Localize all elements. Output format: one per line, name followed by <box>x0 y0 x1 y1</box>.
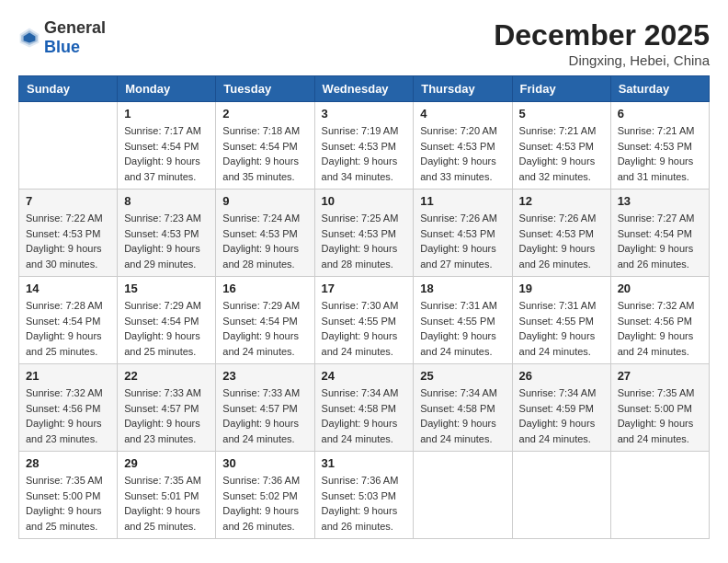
calendar-day-cell: 14Sunrise: 7:28 AMSunset: 4:54 PMDayligh… <box>19 277 118 364</box>
day-number: 20 <box>618 282 702 295</box>
day-info: Sunrise: 7:27 AMSunset: 4:54 PMDaylight:… <box>618 211 702 271</box>
day-number: 4 <box>420 107 505 121</box>
day-number: 17 <box>322 282 407 295</box>
logo-text-block: General Blue <box>44 18 106 57</box>
calendar-day-cell: 8Sunrise: 7:23 AMSunset: 4:53 PMDaylight… <box>118 190 216 277</box>
calendar-day-cell <box>19 102 118 190</box>
day-number: 25 <box>420 369 505 383</box>
day-info: Sunrise: 7:34 AMSunset: 4:59 PMDaylight:… <box>519 385 604 446</box>
weekday-header: Wednesday <box>314 76 414 102</box>
calendar-day-cell: 20Sunrise: 7:32 AMSunset: 4:56 PMDayligh… <box>610 277 709 364</box>
day-info: Sunrise: 7:35 AMSunset: 5:00 PMDaylight:… <box>26 473 110 534</box>
day-info: Sunrise: 7:25 AMSunset: 4:53 PMDaylight:… <box>322 211 407 271</box>
day-number: 9 <box>222 194 307 208</box>
day-info: Sunrise: 7:23 AMSunset: 4:53 PMDaylight:… <box>124 211 209 271</box>
day-info: Sunrise: 7:19 AMSunset: 4:53 PMDaylight:… <box>322 123 407 184</box>
calendar-day-cell: 25Sunrise: 7:34 AMSunset: 4:58 PMDayligh… <box>414 364 512 452</box>
day-info: Sunrise: 7:32 AMSunset: 4:56 PMDaylight:… <box>618 298 702 359</box>
day-info: Sunrise: 7:22 AMSunset: 4:53 PMDaylight:… <box>26 211 110 271</box>
month-title: December 2025 <box>494 18 710 52</box>
calendar-day-cell: 19Sunrise: 7:31 AMSunset: 4:55 PMDayligh… <box>512 277 610 364</box>
day-number: 6 <box>618 107 702 121</box>
calendar-day-cell: 26Sunrise: 7:34 AMSunset: 4:59 PMDayligh… <box>512 364 610 452</box>
day-number: 27 <box>618 369 702 383</box>
calendar-day-cell: 11Sunrise: 7:26 AMSunset: 4:53 PMDayligh… <box>414 190 512 277</box>
calendar-week-row: 14Sunrise: 7:28 AMSunset: 4:54 PMDayligh… <box>19 277 710 364</box>
calendar-day-cell: 5Sunrise: 7:21 AMSunset: 4:53 PMDaylight… <box>512 102 610 190</box>
calendar-day-cell: 6Sunrise: 7:21 AMSunset: 4:53 PMDaylight… <box>610 102 709 190</box>
calendar-day-cell <box>512 452 610 539</box>
calendar-day-cell: 29Sunrise: 7:35 AMSunset: 5:01 PMDayligh… <box>118 452 216 539</box>
day-number: 5 <box>519 107 604 121</box>
calendar-day-cell: 31Sunrise: 7:36 AMSunset: 5:03 PMDayligh… <box>314 452 414 539</box>
day-number: 30 <box>222 456 307 470</box>
day-number: 14 <box>26 282 110 295</box>
day-number: 29 <box>124 456 209 470</box>
day-info: Sunrise: 7:30 AMSunset: 4:55 PMDaylight:… <box>322 298 407 359</box>
calendar-table: SundayMondayTuesdayWednesdayThursdayFrid… <box>18 75 710 539</box>
day-number: 8 <box>124 194 209 208</box>
day-info: Sunrise: 7:36 AMSunset: 5:02 PMDaylight:… <box>222 473 307 534</box>
day-info: Sunrise: 7:32 AMSunset: 4:56 PMDaylight:… <box>26 385 110 446</box>
day-info: Sunrise: 7:21 AMSunset: 4:53 PMDaylight:… <box>618 123 702 184</box>
calendar-day-cell: 24Sunrise: 7:34 AMSunset: 4:58 PMDayligh… <box>314 364 414 452</box>
calendar-day-cell: 2Sunrise: 7:18 AMSunset: 4:54 PMDaylight… <box>216 102 314 190</box>
day-info: Sunrise: 7:36 AMSunset: 5:03 PMDaylight:… <box>322 473 407 534</box>
day-info: Sunrise: 7:29 AMSunset: 4:54 PMDaylight:… <box>222 298 307 359</box>
weekday-header: Friday <box>512 76 610 102</box>
logo: General Blue <box>18 18 106 57</box>
day-number: 24 <box>322 369 407 383</box>
day-info: Sunrise: 7:17 AMSunset: 4:54 PMDaylight:… <box>124 123 209 184</box>
day-number: 18 <box>420 282 505 295</box>
day-number: 26 <box>519 369 604 383</box>
day-number: 16 <box>222 282 307 295</box>
calendar-day-cell: 18Sunrise: 7:31 AMSunset: 4:55 PMDayligh… <box>414 277 512 364</box>
day-info: Sunrise: 7:33 AMSunset: 4:57 PMDaylight:… <box>222 385 307 446</box>
calendar-day-cell: 23Sunrise: 7:33 AMSunset: 4:57 PMDayligh… <box>216 364 314 452</box>
day-number: 7 <box>26 194 110 208</box>
day-number: 2 <box>222 107 307 121</box>
day-info: Sunrise: 7:24 AMSunset: 4:53 PMDaylight:… <box>222 211 307 271</box>
calendar-day-cell: 27Sunrise: 7:35 AMSunset: 5:00 PMDayligh… <box>610 364 709 452</box>
calendar-day-cell: 7Sunrise: 7:22 AMSunset: 4:53 PMDaylight… <box>19 190 118 277</box>
calendar-week-row: 21Sunrise: 7:32 AMSunset: 4:56 PMDayligh… <box>19 364 710 452</box>
weekday-header: Thursday <box>414 76 512 102</box>
calendar-day-cell: 30Sunrise: 7:36 AMSunset: 5:02 PMDayligh… <box>216 452 314 539</box>
calendar-day-cell: 9Sunrise: 7:24 AMSunset: 4:53 PMDaylight… <box>216 190 314 277</box>
day-number: 10 <box>322 194 407 208</box>
day-info: Sunrise: 7:29 AMSunset: 4:54 PMDaylight:… <box>124 298 209 359</box>
weekday-header: Sunday <box>19 76 118 102</box>
calendar-day-cell: 22Sunrise: 7:33 AMSunset: 4:57 PMDayligh… <box>118 364 216 452</box>
day-number: 19 <box>519 282 604 295</box>
weekday-header: Monday <box>118 76 216 102</box>
calendar-header-row: SundayMondayTuesdayWednesdayThursdayFrid… <box>19 76 710 102</box>
day-number: 13 <box>618 194 702 208</box>
weekday-header: Tuesday <box>216 76 314 102</box>
calendar-day-cell: 1Sunrise: 7:17 AMSunset: 4:54 PMDaylight… <box>118 102 216 190</box>
calendar-day-cell: 3Sunrise: 7:19 AMSunset: 4:53 PMDaylight… <box>314 102 414 190</box>
day-info: Sunrise: 7:35 AMSunset: 5:00 PMDaylight:… <box>618 385 702 446</box>
calendar-week-row: 7Sunrise: 7:22 AMSunset: 4:53 PMDaylight… <box>19 190 710 277</box>
logo-icon <box>18 27 40 49</box>
calendar-day-cell: 12Sunrise: 7:26 AMSunset: 4:53 PMDayligh… <box>512 190 610 277</box>
calendar-day-cell: 15Sunrise: 7:29 AMSunset: 4:54 PMDayligh… <box>118 277 216 364</box>
calendar-day-cell <box>414 452 512 539</box>
day-number: 12 <box>519 194 604 208</box>
calendar-day-cell: 13Sunrise: 7:27 AMSunset: 4:54 PMDayligh… <box>610 190 709 277</box>
day-info: Sunrise: 7:21 AMSunset: 4:53 PMDaylight:… <box>519 123 604 184</box>
calendar-day-cell: 28Sunrise: 7:35 AMSunset: 5:00 PMDayligh… <box>19 452 118 539</box>
day-number: 21 <box>26 369 110 383</box>
day-info: Sunrise: 7:28 AMSunset: 4:54 PMDaylight:… <box>26 298 110 359</box>
calendar-day-cell <box>610 452 709 539</box>
day-info: Sunrise: 7:31 AMSunset: 4:55 PMDaylight:… <box>519 298 604 359</box>
weekday-header: Saturday <box>610 76 709 102</box>
calendar-day-cell: 21Sunrise: 7:32 AMSunset: 4:56 PMDayligh… <box>19 364 118 452</box>
day-info: Sunrise: 7:35 AMSunset: 5:01 PMDaylight:… <box>124 473 209 534</box>
location-title: Dingxing, Hebei, China <box>494 52 710 68</box>
day-number: 28 <box>26 456 110 470</box>
day-number: 22 <box>124 369 209 383</box>
calendar-week-row: 28Sunrise: 7:35 AMSunset: 5:00 PMDayligh… <box>19 452 710 539</box>
day-info: Sunrise: 7:33 AMSunset: 4:57 PMDaylight:… <box>124 385 209 446</box>
day-number: 1 <box>124 107 209 121</box>
day-info: Sunrise: 7:20 AMSunset: 4:53 PMDaylight:… <box>420 123 505 184</box>
